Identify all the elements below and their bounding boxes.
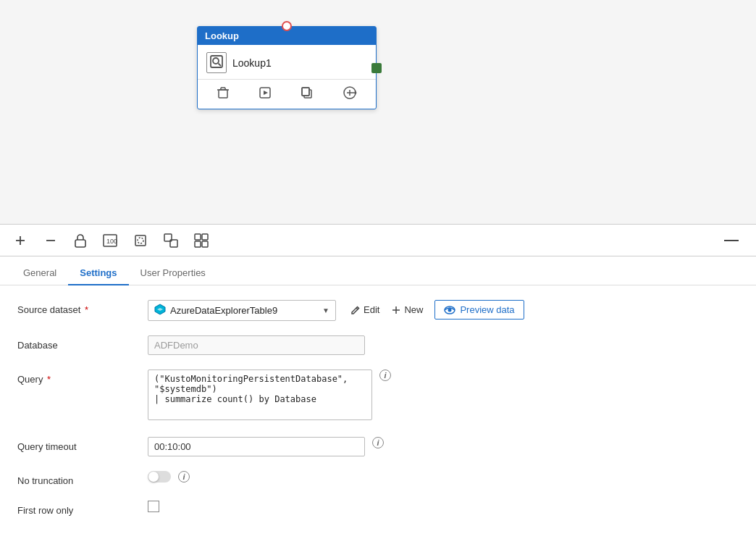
new-dataset-button[interactable]: New	[391, 304, 423, 315]
lookup-icon	[206, 52, 227, 73]
svg-line-2	[219, 64, 222, 67]
database-label: Database	[17, 335, 148, 351]
node-body: Lookup1	[198, 45, 376, 80]
dropdown-arrow-icon: ▼	[322, 306, 329, 314]
tab-user-properties[interactable]: User Properties	[129, 262, 217, 285]
fit-selection-button[interactable]	[132, 232, 149, 249]
timeout-info-icon[interactable]: i	[372, 437, 384, 448]
dataset-name-text: AzureDataExplorerTable9	[170, 305, 318, 316]
dataset-action-buttons: Edit New Preview data	[350, 300, 524, 320]
first-row-only-checkbox[interactable]	[148, 501, 159, 512]
source-dataset-dropdown[interactable]: AzureDataExplorerTable9 ▼	[148, 300, 336, 321]
no-truncation-controls: i	[148, 471, 739, 483]
query-textarea-wrapper	[148, 369, 372, 422]
query-timeout-controls: i	[148, 437, 739, 456]
first-row-only-controls	[148, 501, 739, 512]
node-right-connector	[371, 63, 382, 73]
svg-rect-30	[202, 234, 208, 240]
first-row-only-row: First row only	[17, 501, 739, 516]
node-title: Lookup	[205, 30, 239, 41]
svg-rect-22	[75, 240, 85, 247]
query-info-icon[interactable]: i	[379, 369, 391, 381]
svg-rect-25	[135, 235, 146, 246]
query-timeout-row: Query timeout i	[17, 437, 739, 456]
svg-line-35	[356, 308, 358, 309]
query-timeout-label: Query timeout	[17, 437, 148, 452]
edit-dataset-button[interactable]: Edit	[350, 304, 379, 315]
toggle-thumb	[148, 472, 159, 482]
node-actions	[198, 80, 376, 109]
no-truncation-label: No truncation	[17, 471, 148, 486]
node-top-connector	[282, 21, 292, 31]
svg-rect-29	[195, 234, 201, 240]
query-controls: i	[148, 369, 739, 422]
query-label: Query *	[17, 369, 148, 385]
svg-point-1	[213, 58, 219, 64]
tab-settings[interactable]: Settings	[68, 262, 128, 285]
svg-rect-31	[195, 241, 201, 247]
svg-marker-9	[264, 91, 268, 95]
query-timeout-input[interactable]	[148, 437, 365, 456]
no-truncation-toggle-wrapper	[148, 471, 171, 483]
source-dataset-row: Source dataset * AzureDataExplorerTable9…	[17, 300, 739, 321]
database-row: Database	[17, 335, 739, 355]
no-truncation-info-icon[interactable]: i	[178, 471, 190, 483]
dataset-type-icon	[154, 304, 166, 317]
svg-point-39	[448, 308, 452, 312]
no-truncation-toggle[interactable]	[148, 471, 171, 483]
lookup-node[interactable]: Lookup Lookup1	[197, 26, 377, 109]
run-node-button[interactable]	[256, 85, 274, 104]
database-controls	[148, 335, 739, 355]
query-textarea[interactable]	[148, 369, 372, 420]
auto-arrange-button[interactable]	[193, 232, 210, 249]
svg-rect-11	[302, 88, 309, 96]
zoom-out-button[interactable]	[42, 232, 59, 249]
collapse-indicator	[724, 240, 739, 241]
toolbar: 100	[0, 225, 756, 256]
tab-general[interactable]: General	[12, 262, 68, 285]
add-output-button[interactable]	[340, 84, 360, 104]
required-star: *	[85, 304, 88, 315]
pipeline-canvas[interactable]: Lookup Lookup1	[0, 0, 756, 225]
database-input[interactable]	[148, 335, 365, 355]
query-row: Query * i	[17, 369, 739, 422]
zoom-in-button[interactable]	[12, 232, 29, 249]
source-dataset-label: Source dataset *	[17, 300, 148, 315]
svg-text:100: 100	[106, 238, 117, 245]
svg-rect-32	[202, 241, 208, 247]
copy-node-button[interactable]	[298, 85, 316, 104]
required-star-query: *	[47, 374, 51, 385]
svg-point-26	[138, 238, 143, 243]
tabs-bar: General Settings User Properties	[0, 256, 756, 285]
delete-node-button[interactable]	[214, 85, 232, 104]
settings-panel: Source dataset * AzureDataExplorerTable9…	[0, 285, 756, 547]
zoom-selection-button[interactable]	[162, 232, 180, 249]
first-row-only-label: First row only	[17, 501, 148, 516]
node-name: Lookup1	[232, 57, 272, 69]
svg-rect-3	[219, 90, 227, 98]
no-truncation-row: No truncation i	[17, 471, 739, 486]
lock-button[interactable]	[72, 232, 88, 249]
preview-data-button[interactable]: Preview data	[434, 300, 524, 320]
source-dataset-controls: AzureDataExplorerTable9 ▼ Edit New	[148, 300, 739, 321]
fit-page-button[interactable]: 100	[101, 233, 119, 249]
